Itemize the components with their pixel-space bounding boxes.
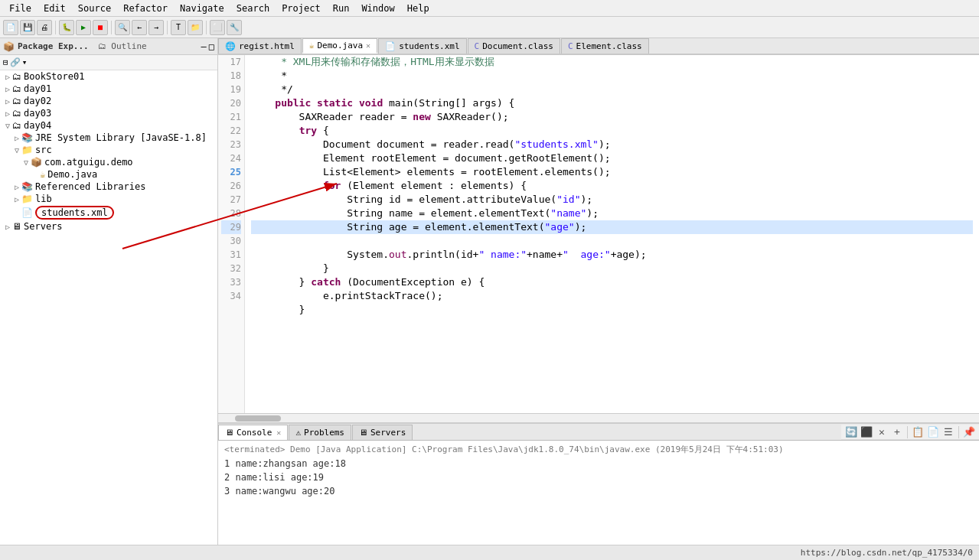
toolbar-sep1	[55, 21, 56, 34]
tree-item-jre[interactable]: ▷ 📚 JRE System Library [JavaSE-1.8]	[0, 132, 217, 144]
toolbar-maximize[interactable]: ⬜	[210, 20, 225, 35]
tree-item-day04[interactable]: ▽ 🗂 day04	[0, 119, 217, 132]
tree-item-bookstore[interactable]: ▷ 🗂 BookStore01	[0, 70, 217, 83]
toolbar-save[interactable]: 💾	[20, 20, 35, 35]
tab-regist-html[interactable]: 🌐 regist.html	[218, 38, 302, 54]
menu-refactor[interactable]: Refactor	[117, 2, 174, 15]
toolbar-forward[interactable]: →	[148, 20, 164, 35]
menu-source[interactable]: Source	[72, 2, 117, 15]
tab-element-class[interactable]: C Element.class	[561, 38, 649, 54]
console-new-btn[interactable]: +	[890, 425, 904, 439]
toggle-day02[interactable]: ▷	[3, 97, 12, 106]
toggle-src[interactable]: ▽	[12, 146, 21, 155]
code-editor[interactable]: 17 18 19 20 21 22 23 24 25 26 27 28 29 3…	[218, 55, 979, 413]
tree-item-day01[interactable]: ▷ 🗂 day01	[0, 83, 217, 95]
servers-label: Servers	[24, 221, 63, 232]
menu-search[interactable]: Search	[230, 2, 276, 15]
link-with-editor-icon[interactable]: 🔗	[10, 57, 21, 67]
package-explorer-icon: 📦	[3, 41, 15, 52]
console-pin-btn[interactable]: 📌	[962, 425, 976, 439]
menu-file[interactable]: File	[3, 2, 38, 15]
sidebar-header: 📦 Package Exp... 🗂 Outline — □	[0, 38, 217, 55]
minimize-icon[interactable]: —	[201, 41, 207, 52]
toggle-day03[interactable]: ▷	[3, 109, 12, 118]
console-tab-close[interactable]: ✕	[276, 428, 281, 437]
toggle-lib[interactable]: ▷	[12, 195, 21, 203]
terminated-text: <terminated> Demo [Java Application] C:\…	[224, 444, 973, 455]
tree-item-servers[interactable]: ▷ 🖥 Servers	[0, 220, 217, 233]
sidebar-menu-icon[interactable]: ▾	[22, 57, 28, 67]
servers-icon: 🖥	[12, 221, 21, 232]
tab-close-demo[interactable]: ✕	[366, 41, 370, 50]
tab-students-xml[interactable]: 📄 students.xml	[378, 38, 466, 54]
statusbar-right: https://blog.csdn.net/qp_4175334/0	[801, 548, 973, 558]
outline-tab[interactable]: 🗂 Outline	[98, 41, 147, 51]
menu-run[interactable]: Run	[327, 2, 356, 15]
src-label: src	[35, 145, 52, 155]
console-toolbar: 🔄 ⬛ ✕ + 📋 📄 ☰ 📌	[841, 425, 979, 440]
toggle-package[interactable]: ▽	[21, 158, 31, 167]
collapse-all-icon[interactable]: ⊟	[3, 57, 8, 67]
tab-demo-java[interactable]: ☕ Demo.java ✕	[302, 38, 377, 54]
toolbar-new[interactable]: 📄	[3, 20, 18, 35]
ref-libs-icon: 📚	[21, 181, 33, 192]
package-label: com.atguigu.demo	[44, 157, 133, 168]
toolbar-sep2	[111, 21, 112, 34]
menu-navigate[interactable]: Navigate	[174, 2, 230, 15]
package-explorer-title[interactable]: Package Exp...	[18, 41, 89, 51]
tree-item-day02[interactable]: ▷ 🗂 day02	[0, 95, 217, 107]
editor-area: 🌐 regist.html ☕ Demo.java ✕ 📄 students.x…	[218, 38, 979, 545]
console-tab-servers[interactable]: 🖥 Servers	[352, 425, 413, 440]
menu-edit[interactable]: Edit	[38, 2, 72, 15]
class-tab-icon2: C	[568, 41, 573, 51]
h-scroll-thumb[interactable]	[235, 415, 281, 422]
toolbar-back[interactable]: ←	[132, 20, 147, 35]
toggle-bookstore[interactable]: ▷	[3, 73, 12, 81]
console-sep2	[958, 426, 959, 438]
tree-item-day03[interactable]: ▷ 🗂 day03	[0, 107, 217, 119]
tree-item-demo-java[interactable]: ☕ Demo.java	[0, 168, 217, 181]
console-copy-btn[interactable]: 📋	[911, 425, 925, 439]
toolbar-search[interactable]: 🔍	[115, 20, 130, 35]
toolbar-open-type[interactable]: T	[171, 20, 186, 35]
toggle-servers[interactable]: ▷	[3, 223, 12, 231]
toggle-day01[interactable]: ▷	[3, 85, 12, 93]
tree-item-lib[interactable]: ▷ 📁 lib	[0, 193, 217, 205]
toolbar-run[interactable]: ▶	[76, 20, 91, 35]
java-file-icon: ☕	[40, 169, 45, 180]
package-tree: ▷ 🗂 BookStore01 ▷ 🗂 day01 ▷ 🗂 day02	[0, 70, 217, 545]
maximize-icon[interactable]: □	[209, 41, 214, 52]
menubar: File Edit Source Refactor Navigate Searc…	[0, 0, 979, 17]
tree-item-students-xml[interactable]: 📄 students.xml	[0, 205, 217, 220]
menu-help[interactable]: Help	[401, 2, 436, 15]
toolbar: 📄 💾 🖨 🐛 ▶ ■ 🔍 ← → T 📁 ⬜ 🔧	[0, 17, 979, 38]
toolbar-debug[interactable]: 🐛	[59, 20, 74, 35]
h-scrollbar[interactable]	[218, 413, 979, 422]
toggle-ref-libs[interactable]: ▷	[12, 183, 21, 191]
console-select-all-btn[interactable]: ☰	[941, 425, 955, 439]
menu-project[interactable]: Project	[276, 2, 327, 15]
console-remove-btn[interactable]: ✕	[875, 425, 889, 439]
toolbar-open-resource[interactable]: 📁	[188, 20, 203, 35]
console-paste-btn[interactable]: 📄	[926, 425, 940, 439]
toolbar-perspective[interactable]: 🔧	[227, 20, 242, 35]
console-clear-btn[interactable]: 🔄	[844, 425, 858, 439]
tab-document-class[interactable]: C Document.class	[468, 38, 560, 54]
console-stop-btn[interactable]: ⬛	[860, 425, 873, 439]
sidebar-toolbar: ⊟ 🔗 ▾	[0, 55, 217, 70]
bookstore-label: BookStore01	[24, 71, 84, 82]
console-output: <terminated> Demo [Java Application] C:\…	[218, 441, 979, 545]
console-tab-problems[interactable]: ⚠ Problems	[289, 425, 351, 440]
toggle-jre[interactable]: ▷	[12, 134, 21, 142]
toolbar-print[interactable]: 🖨	[37, 20, 52, 35]
toggle-day04[interactable]: ▽	[3, 122, 12, 130]
tree-item-ref-libs[interactable]: ▷ 📚 Referenced Libraries	[0, 181, 217, 193]
day02-label: day02	[24, 96, 51, 106]
menu-window[interactable]: Window	[355, 2, 400, 15]
demo-java-label: Demo.java	[47, 169, 97, 180]
tree-item-package[interactable]: ▽ 📦 com.atguigu.demo	[0, 156, 217, 168]
toolbar-stop[interactable]: ■	[93, 20, 108, 35]
tree-item-src[interactable]: ▽ 📁 src	[0, 144, 217, 156]
sidebar: 📦 Package Exp... 🗂 Outline — □ ⊟ 🔗 ▾ ▷ 🗂	[0, 38, 218, 545]
console-tab-console[interactable]: 🖥 Console ✕	[218, 425, 288, 440]
